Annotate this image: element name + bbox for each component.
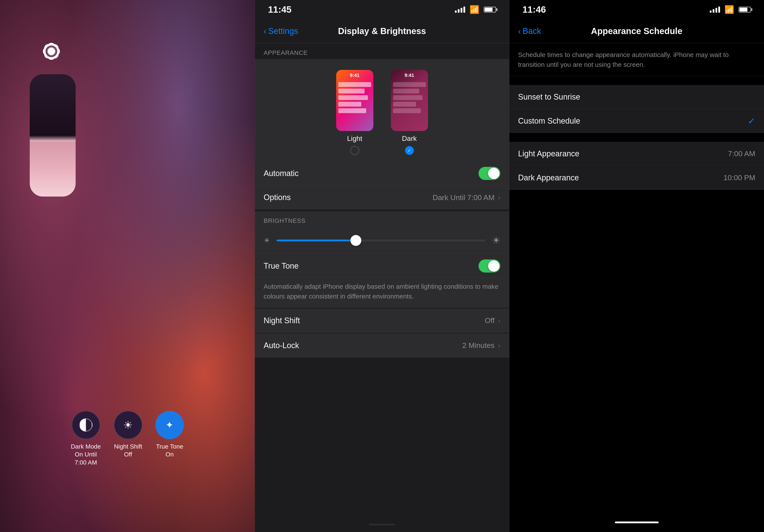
appearance-section: APPEARANCE 9:41 bbox=[255, 43, 509, 209]
brightness-min-icon: ☀ bbox=[264, 236, 270, 245]
thumb-bar-3 bbox=[338, 95, 368, 100]
schedule-gap-2 bbox=[509, 133, 764, 142]
brightness-slider-row: ☀ ☀ bbox=[255, 227, 509, 254]
thumb-bar-dark-3 bbox=[393, 95, 423, 100]
dark-mode-label: Dark Mode On Until 7:00 AM bbox=[71, 443, 101, 466]
signal-icon-3 bbox=[710, 7, 720, 13]
signal-bar-1 bbox=[455, 11, 457, 13]
battery-fill-3 bbox=[739, 8, 747, 12]
dark-mode-label: Dark bbox=[402, 135, 417, 143]
dark-mode-control[interactable]: Dark Mode On Until 7:00 AM bbox=[71, 411, 101, 466]
appearance-schedule-panel: 11:46 📶 ‹ Back Appearance Schedule Sched… bbox=[509, 0, 764, 532]
back-chevron-icon: ‹ bbox=[264, 27, 267, 35]
automatic-label: Automatic bbox=[264, 169, 478, 178]
toggle-knob-2 bbox=[488, 260, 499, 272]
true-tone-control[interactable]: ✦ True Tone On bbox=[155, 411, 184, 459]
dark-appearance-row[interactable]: Dark Appearance 10:00 PM bbox=[509, 166, 764, 190]
true-tone-description: Automatically adapt iPhone display based… bbox=[255, 278, 509, 308]
light-mode-thumbnail: 9:41 bbox=[336, 70, 373, 131]
true-tone-icon: ✦ bbox=[165, 419, 174, 431]
thumb-time-dark: 9:41 bbox=[404, 72, 414, 78]
options-label: Options bbox=[264, 193, 433, 202]
thumb-bar-dark-2 bbox=[393, 89, 419, 93]
brightness-sun-icon bbox=[44, 44, 59, 59]
night-shift-button[interactable]: ☀ bbox=[114, 411, 142, 439]
automatic-row: Automatic bbox=[255, 161, 509, 186]
brightness-slider[interactable] bbox=[277, 240, 485, 241]
thumb-bar-2 bbox=[338, 89, 365, 93]
dark-mode-button[interactable] bbox=[72, 411, 100, 439]
brightness-max-icon: ☀ bbox=[492, 235, 500, 246]
brightness-fill bbox=[277, 240, 356, 241]
night-shift-chevron-icon: › bbox=[498, 317, 500, 325]
dark-mode-thumbnail: 9:41 bbox=[391, 70, 428, 131]
light-appearance-row[interactable]: Light Appearance 7:00 AM bbox=[509, 142, 764, 166]
dark-mode-option[interactable]: 9:41 Dark bbox=[391, 70, 428, 155]
automatic-toggle[interactable] bbox=[478, 167, 500, 180]
custom-schedule-label: Custom Schedule bbox=[518, 116, 748, 126]
back-chevron-icon-3: ‹ bbox=[518, 27, 521, 35]
true-tone-button[interactable]: ✦ bbox=[155, 411, 184, 439]
battery-fill bbox=[484, 8, 492, 12]
thumb-bar-5 bbox=[338, 108, 366, 113]
dark-appearance-value: 10:00 PM bbox=[723, 174, 755, 182]
status-bar: 11:45 📶 bbox=[255, 0, 509, 19]
auto-lock-row[interactable]: Auto-Lock 2 Minutes › bbox=[255, 333, 509, 357]
thumb-header-light: 9:41 bbox=[336, 70, 373, 81]
light-mode-option[interactable]: 9:41 Light bbox=[336, 70, 373, 155]
thumb-bar-1 bbox=[338, 82, 371, 87]
scroll-area bbox=[255, 357, 509, 532]
cc-bottom-controls: Dark Mode On Until 7:00 AM ☀ Night Shift… bbox=[0, 411, 255, 466]
true-tone-label: True Tone bbox=[264, 261, 478, 271]
schedule-options-group: Sunset to Sunrise Custom Schedule ✓ bbox=[509, 85, 764, 133]
schedule-time-group: Light Appearance 7:00 AM Dark Appearance… bbox=[509, 142, 764, 190]
back-button-3[interactable]: ‹ Back bbox=[518, 26, 562, 36]
display-brightness-panel: 11:45 📶 ‹ Settings Display & Brightness … bbox=[255, 0, 509, 532]
thumb-bar-dark-1 bbox=[393, 82, 426, 87]
battery-icon bbox=[484, 7, 496, 12]
signal-bar-3-2 bbox=[713, 9, 714, 13]
brightness-slider-pill[interactable] bbox=[30, 74, 76, 197]
brightness-thumb[interactable] bbox=[350, 235, 361, 246]
options-row[interactable]: Options Dark Until 7:00 AM › bbox=[255, 186, 509, 209]
sun-shape bbox=[48, 48, 55, 55]
nav-title-3: Appearance Schedule bbox=[562, 26, 711, 36]
appearance-section-label: APPEARANCE bbox=[255, 43, 509, 59]
control-center-panel: Dark Mode On Until 7:00 AM ☀ Night Shift… bbox=[0, 0, 255, 532]
appearance-options-group: 9:41 Light bbox=[255, 59, 509, 209]
thumb-content-light bbox=[336, 81, 373, 114]
signal-bar-3-3 bbox=[715, 8, 717, 13]
dark-appearance-label: Dark Appearance bbox=[518, 173, 723, 182]
wifi-icon: 📶 bbox=[470, 5, 479, 14]
battery-icon-3 bbox=[739, 7, 751, 12]
true-tone-label: True Tone On bbox=[156, 443, 183, 459]
sunset-sunrise-row[interactable]: Sunset to Sunrise bbox=[509, 85, 764, 109]
true-tone-toggle[interactable] bbox=[478, 259, 500, 273]
auto-lock-label: Auto-Lock bbox=[264, 341, 462, 350]
auto-lock-chevron-icon: › bbox=[498, 341, 500, 349]
night-shift-row[interactable]: Night Shift Off › bbox=[255, 309, 509, 332]
back-button[interactable]: ‹ Settings bbox=[264, 26, 307, 36]
back-label-3[interactable]: Back bbox=[523, 26, 541, 36]
thumb-bar-4 bbox=[338, 102, 361, 107]
appearance-thumbnails: 9:41 Light bbox=[255, 59, 509, 161]
status-icons: 📶 bbox=[455, 5, 496, 14]
brightness-fill bbox=[30, 142, 76, 197]
light-appearance-label: Light Appearance bbox=[518, 149, 728, 158]
options-value: Dark Until 7:00 AM bbox=[433, 193, 494, 202]
custom-schedule-row[interactable]: Custom Schedule ✓ bbox=[509, 109, 764, 133]
dark-mode-icon bbox=[79, 418, 93, 432]
thumb-time-light: 9:41 bbox=[350, 72, 359, 78]
night-shift-control[interactable]: ☀ Night Shift Off bbox=[114, 411, 142, 459]
night-shift-value: Off bbox=[485, 316, 495, 325]
options-chevron-icon: › bbox=[498, 194, 500, 201]
signal-bar-3-4 bbox=[718, 7, 720, 13]
status-time-3: 11:46 bbox=[522, 4, 546, 15]
light-mode-radio[interactable] bbox=[350, 146, 359, 155]
signal-bar-3 bbox=[461, 8, 462, 13]
status-icons-3: 📶 bbox=[710, 5, 751, 14]
back-label[interactable]: Settings bbox=[268, 26, 298, 36]
thumb-bar-dark-4 bbox=[393, 102, 416, 107]
nav-bar: ‹ Settings Display & Brightness bbox=[255, 19, 509, 43]
dark-mode-radio[interactable] bbox=[405, 146, 414, 155]
